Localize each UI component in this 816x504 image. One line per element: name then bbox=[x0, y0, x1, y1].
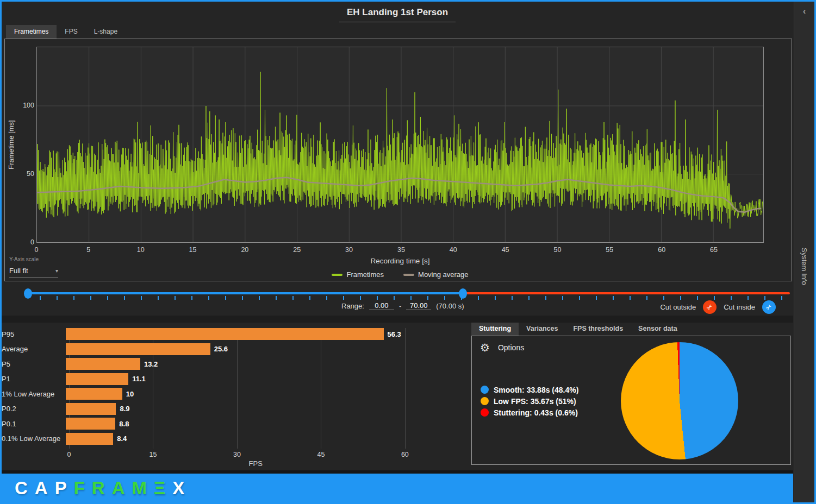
fps-bar-value: 8.9 bbox=[120, 405, 129, 413]
an-tab-variances[interactable]: Variances bbox=[519, 323, 565, 336]
fps-bar-track: 8.4 bbox=[66, 433, 464, 445]
fps-bar-track: 11.1 bbox=[66, 373, 464, 385]
tab-fps[interactable]: FPS bbox=[57, 25, 85, 39]
y-axis-scale-value: Full fit bbox=[9, 267, 28, 275]
an-tab-fps-thresholds[interactable]: FPS thresholds bbox=[565, 323, 631, 336]
collapse-panel-icon[interactable]: ‹ bbox=[803, 6, 806, 17]
x-tick-label: 0 bbox=[31, 246, 42, 254]
fps-bar-track: 13.2 bbox=[66, 358, 464, 370]
range-start-input[interactable] bbox=[369, 301, 394, 310]
x-tick-label: 40 bbox=[448, 246, 459, 254]
pie-legend-text: Stuttering: 0.43s (0.6%) bbox=[494, 408, 578, 417]
slider-tick-marks bbox=[40, 296, 789, 300]
range-total: (70.00 s) bbox=[436, 302, 464, 310]
fps-x-tick-label: 15 bbox=[150, 451, 157, 458]
fps-bar-value: 8.8 bbox=[119, 420, 129, 428]
y-axis-scale-dropdown[interactable]: Full fit ▾ bbox=[9, 267, 58, 278]
pie-legend-text: Low FPS: 35.67s (51%) bbox=[494, 397, 576, 406]
fps-bar-track: 8.8 bbox=[66, 418, 464, 430]
cut-inside-label: Cut inside bbox=[724, 303, 755, 311]
x-tick-label: 60 bbox=[656, 246, 667, 254]
fps-bar-row: 1% Low Average10 bbox=[2, 388, 464, 400]
y-axis-scale-control: Y-Axis scale Full fit ▾ bbox=[9, 256, 58, 278]
legend-item-moving-average: Moving average bbox=[403, 270, 469, 279]
slider-track-excluded[interactable] bbox=[463, 292, 790, 294]
fps-bar-label: 0.1% Low Average bbox=[2, 434, 66, 443]
x-axis-title: Recording time [s] bbox=[36, 257, 764, 265]
y-tick-label: 0 bbox=[14, 238, 34, 246]
options-row: ⚙ Options bbox=[480, 341, 524, 354]
pie-legend-dot bbox=[481, 397, 489, 405]
x-tick-label: 45 bbox=[500, 246, 511, 254]
section-divider bbox=[2, 316, 793, 323]
fps-bar-row: P111.1 bbox=[2, 373, 464, 385]
tab-frametimes[interactable]: Frametimes bbox=[6, 25, 57, 39]
fps-bar-track: 56.3 bbox=[66, 328, 464, 340]
pie-legend-text: Smooth: 33.88s (48.4%) bbox=[494, 386, 578, 394]
fps-bar-label: P1 bbox=[2, 375, 66, 383]
fps-bar-row: P9556.3 bbox=[2, 328, 464, 340]
slider-track-selected[interactable] bbox=[27, 292, 463, 294]
system-info-label[interactable]: System Info bbox=[800, 248, 808, 285]
page-title: EH Landing 1st Person bbox=[347, 7, 448, 17]
y-axis-scale-label: Y-Axis scale bbox=[9, 256, 58, 262]
bottom-section: P9556.3Average25.6P513.2P111.11% Low Ave… bbox=[2, 323, 793, 470]
fps-bar-label: P0.1 bbox=[2, 420, 66, 428]
y-tick-label: 50 bbox=[14, 170, 34, 178]
y-tick-label: 100 bbox=[14, 102, 34, 109]
pie-legend-dot bbox=[481, 408, 489, 417]
fps-bar-label: 1% Low Average bbox=[2, 390, 66, 398]
fps-bar-value: 11.1 bbox=[132, 375, 146, 383]
x-tick-label: 65 bbox=[708, 246, 719, 254]
cut-outside-button[interactable]: ✂ bbox=[703, 300, 717, 314]
fps-bar-label: P95 bbox=[2, 330, 66, 338]
tab-l-shape[interactable]: L-shape bbox=[86, 25, 126, 39]
fps-bar bbox=[66, 418, 115, 430]
slider-handle-start[interactable] bbox=[24, 288, 32, 299]
pie-legend-row: Stuttering: 0.43s (0.6%) bbox=[481, 407, 578, 418]
pie-legend-row: Smooth: 33.88s (48.4%) bbox=[481, 384, 578, 395]
stuttering-box: ⚙ Options Smooth: 33.88s (48.4%)Low FPS:… bbox=[471, 336, 791, 465]
slider-handle-end[interactable] bbox=[459, 288, 467, 299]
cut-outside-label: Cut outside bbox=[660, 303, 696, 311]
range-inputs-group: Range: - (70.00 s) bbox=[341, 301, 464, 310]
logo-strip: CAPFRAMΞX bbox=[2, 474, 793, 502]
fps-bar bbox=[66, 358, 140, 370]
frametime-plot[interactable] bbox=[36, 47, 764, 243]
fps-x-axis: FPS 015304560 bbox=[69, 451, 464, 469]
an-tab-stuttering[interactable]: Stuttering bbox=[471, 323, 519, 336]
y-axis-title: Frametime [ms] bbox=[3, 47, 19, 243]
fps-bar-row: P0.18.8 bbox=[2, 418, 464, 430]
fps-x-tick-label: 60 bbox=[401, 451, 409, 458]
fps-bar-value: 25.6 bbox=[214, 345, 228, 353]
chart-tab-bar: FrametimesFPSL-shape bbox=[2, 25, 793, 39]
frametime-legend: Frametimes Moving average bbox=[36, 270, 764, 279]
fps-x-tick-label: 0 bbox=[67, 451, 71, 458]
x-tick-label: 50 bbox=[552, 246, 563, 254]
logo-segment: FRAM bbox=[74, 478, 154, 498]
an-tab-sensor-data[interactable]: Sensor data bbox=[631, 323, 685, 336]
fps-bar-row: P0.28.9 bbox=[2, 403, 464, 415]
fps-bar-label: P5 bbox=[2, 360, 66, 368]
options-label: Options bbox=[498, 343, 524, 352]
title-bar: EH Landing 1st Person bbox=[2, 2, 793, 25]
logo-segment: X bbox=[172, 478, 191, 498]
moving-average-swatch bbox=[403, 274, 414, 276]
pie-legend: Smooth: 33.88s (48.4%)Low FPS: 35.67s (5… bbox=[481, 384, 578, 418]
gear-icon[interactable]: ⚙ bbox=[480, 341, 490, 354]
fps-bar bbox=[66, 343, 210, 355]
pie-legend-dot bbox=[481, 386, 489, 394]
analysis-panel: StutteringVariancesFPS thresholdsSensor … bbox=[471, 323, 791, 465]
logo-segment: CAP bbox=[15, 478, 74, 498]
cut-inside-button[interactable]: ✂ bbox=[762, 300, 776, 314]
capframex-logo: CAPFRAMΞX bbox=[15, 478, 191, 499]
fps-bar-label: Average bbox=[2, 345, 66, 353]
range-end-input[interactable] bbox=[406, 301, 431, 310]
analysis-tab-bar: StutteringVariancesFPS thresholdsSensor … bbox=[471, 323, 791, 336]
capframex-window: EH Landing 1st Person FrametimesFPSL-sha… bbox=[0, 0, 816, 504]
x-tick-label: 20 bbox=[239, 246, 250, 254]
chevron-down-icon: ▾ bbox=[55, 268, 58, 274]
fps-bar-track: 25.6 bbox=[66, 343, 464, 355]
fps-bar-rows: P9556.3Average25.6P513.2P111.11% Low Ave… bbox=[2, 328, 464, 448]
stuttering-pie-chart bbox=[621, 342, 738, 459]
